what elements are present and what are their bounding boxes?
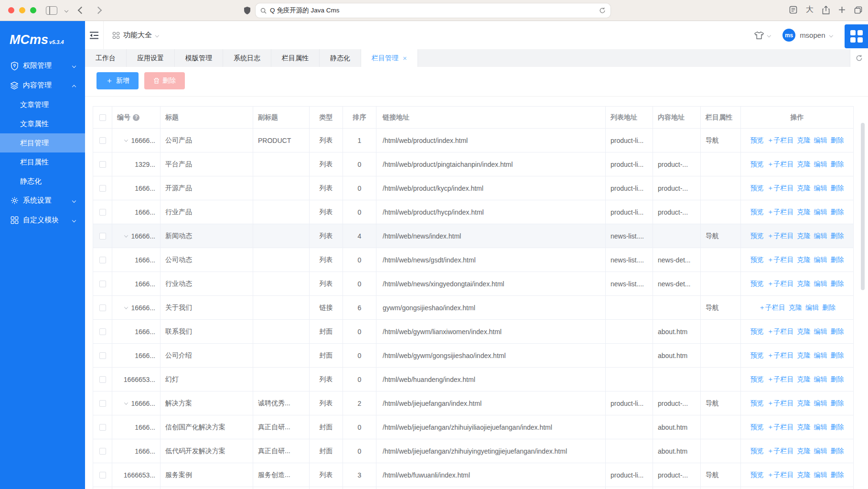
- row-checkbox[interactable]: [99, 304, 106, 311]
- sidebar-group-权限管理[interactable]: 权限管理: [0, 56, 85, 76]
- row-checkbox[interactable]: [99, 448, 106, 455]
- tab-应用设置[interactable]: 应用设置: [127, 49, 175, 67]
- action-edit[interactable]: 编辑: [814, 208, 827, 217]
- sidebar-item-栏目属性[interactable]: 栏目属性: [0, 152, 85, 172]
- action-clone[interactable]: 克隆: [797, 471, 811, 479]
- browser-sidebar-icon[interactable]: [46, 6, 57, 15]
- action-preview[interactable]: 预览: [750, 423, 764, 432]
- add-button[interactable]: ＋ 新增: [96, 72, 139, 89]
- action-preview[interactable]: 预览: [750, 232, 764, 240]
- row-checkbox[interactable]: [99, 233, 106, 239]
- action-clone[interactable]: 克隆: [797, 423, 811, 432]
- action-preview[interactable]: 预览: [750, 351, 764, 360]
- action-clone[interactable]: 克隆: [797, 375, 811, 384]
- close-window-button[interactable]: [8, 7, 14, 13]
- action-edit[interactable]: 编辑: [814, 375, 827, 384]
- tab-overview-icon[interactable]: [854, 6, 862, 14]
- action-preview[interactable]: 预览: [750, 375, 764, 384]
- action-add-child[interactable]: ＋子栏目: [767, 160, 794, 169]
- back-button[interactable]: [78, 7, 86, 14]
- action-delete[interactable]: 删除: [831, 447, 844, 456]
- action-clone[interactable]: 克隆: [797, 399, 811, 408]
- collapse-sidebar-icon[interactable]: [89, 31, 99, 40]
- action-delete[interactable]: 删除: [831, 375, 844, 384]
- tab-工作台[interactable]: 工作台: [85, 49, 127, 67]
- action-edit[interactable]: 编辑: [814, 327, 827, 336]
- action-delete[interactable]: 删除: [831, 232, 844, 240]
- tab-栏目属性[interactable]: 栏目属性: [271, 49, 320, 67]
- row-checkbox[interactable]: [99, 376, 106, 383]
- action-preview[interactable]: 预览: [750, 471, 764, 479]
- action-delete[interactable]: 删除: [831, 160, 844, 169]
- sidebar-item-文章属性[interactable]: 文章属性: [0, 114, 85, 133]
- action-clone[interactable]: 克隆: [797, 184, 811, 193]
- action-preview[interactable]: 预览: [750, 399, 764, 408]
- action-preview[interactable]: 预览: [750, 280, 764, 288]
- action-clone[interactable]: 克隆: [797, 351, 811, 360]
- action-delete[interactable]: 删除: [831, 327, 844, 336]
- chevron-down-icon[interactable]: [64, 9, 68, 12]
- action-clone[interactable]: 克隆: [797, 136, 811, 145]
- action-add-child[interactable]: ＋子栏目: [767, 184, 794, 193]
- action-preview[interactable]: 预览: [750, 256, 764, 264]
- action-delete[interactable]: 删除: [831, 423, 844, 432]
- action-delete[interactable]: 删除: [831, 280, 844, 288]
- action-edit[interactable]: 编辑: [814, 423, 827, 432]
- action-add-child[interactable]: ＋子栏目: [759, 304, 785, 312]
- text-size-icon[interactable]: 大: [806, 5, 814, 15]
- action-clone[interactable]: 克隆: [797, 208, 811, 217]
- action-clone[interactable]: 克隆: [797, 256, 811, 264]
- action-add-child[interactable]: ＋子栏目: [767, 256, 794, 264]
- action-delete[interactable]: 删除: [831, 208, 844, 217]
- tab-栏目管理[interactable]: 栏目管理×: [361, 49, 418, 67]
- action-delete[interactable]: 删除: [831, 351, 844, 360]
- action-delete[interactable]: 删除: [831, 399, 844, 408]
- table-scrollbar[interactable]: [861, 123, 865, 290]
- action-preview[interactable]: 预览: [750, 184, 764, 193]
- row-checkbox[interactable]: [99, 400, 106, 407]
- zoom-window-button[interactable]: [30, 7, 36, 13]
- sidebar-group-自定义模块[interactable]: 自定义模块: [0, 210, 85, 230]
- expand-row-icon[interactable]: [124, 305, 128, 309]
- action-edit[interactable]: 编辑: [814, 471, 827, 479]
- reload-icon[interactable]: [599, 7, 606, 14]
- action-clone[interactable]: 克隆: [797, 280, 811, 288]
- share-icon[interactable]: [822, 6, 830, 14]
- tab-静态化[interactable]: 静态化: [320, 49, 361, 67]
- row-checkbox[interactable]: [99, 185, 106, 192]
- action-edit[interactable]: 编辑: [805, 304, 819, 312]
- sidebar-group-系统设置[interactable]: 系统设置: [0, 191, 85, 210]
- row-checkbox[interactable]: [99, 281, 106, 287]
- action-edit[interactable]: 编辑: [814, 184, 827, 193]
- action-preview[interactable]: 预览: [750, 447, 764, 456]
- action-add-child[interactable]: ＋子栏目: [767, 232, 794, 240]
- row-checkbox[interactable]: [99, 352, 106, 359]
- expand-row-icon[interactable]: [124, 233, 128, 237]
- app-grid-button[interactable]: [845, 24, 868, 48]
- close-tab-icon[interactable]: ×: [403, 54, 407, 62]
- action-edit[interactable]: 编辑: [814, 399, 827, 408]
- expand-row-icon[interactable]: [124, 401, 128, 404]
- action-add-child[interactable]: ＋子栏目: [767, 423, 794, 432]
- action-add-child[interactable]: ＋子栏目: [767, 471, 794, 479]
- function-menu[interactable]: 功能大全: [113, 31, 159, 40]
- action-clone[interactable]: 克隆: [797, 447, 811, 456]
- action-clone[interactable]: 克隆: [789, 304, 802, 312]
- tab-模版管理[interactable]: 模版管理: [175, 49, 223, 67]
- action-add-child[interactable]: ＋子栏目: [767, 136, 794, 145]
- action-preview[interactable]: 预览: [750, 208, 764, 217]
- reader-icon[interactable]: [789, 6, 797, 14]
- delete-button[interactable]: 删除: [144, 72, 185, 89]
- sidebar-group-内容管理[interactable]: 内容管理: [0, 76, 85, 95]
- action-add-child[interactable]: ＋子栏目: [767, 208, 794, 217]
- sidebar-item-静态化[interactable]: 静态化: [0, 172, 85, 191]
- action-clone[interactable]: 克隆: [797, 327, 811, 336]
- action-preview[interactable]: 预览: [750, 136, 764, 145]
- minimize-window-button[interactable]: [19, 7, 25, 13]
- row-checkbox[interactable]: [99, 328, 106, 335]
- sidebar-item-文章管理[interactable]: 文章管理: [0, 95, 85, 114]
- row-checkbox[interactable]: [99, 257, 106, 263]
- action-edit[interactable]: 编辑: [814, 447, 827, 456]
- action-edit[interactable]: 编辑: [814, 136, 827, 145]
- action-delete[interactable]: 删除: [831, 136, 844, 145]
